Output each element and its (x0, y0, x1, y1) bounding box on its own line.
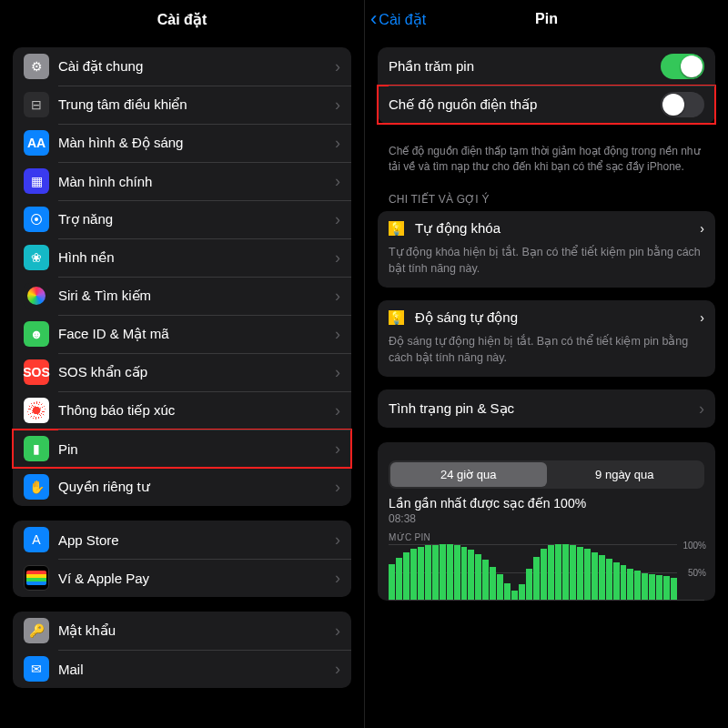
label: Phần trăm pin (389, 58, 661, 75)
chevron-right-icon: › (700, 221, 704, 236)
chevron-right-icon: › (335, 479, 340, 495)
row-wallet-applepay[interactable]: Ví & Apple Pay› (13, 559, 351, 597)
row-control-center-icon: ⊟ (24, 92, 49, 117)
chevron-right-icon: › (335, 402, 340, 419)
suggestion-auto-brightness[interactable]: 💡 Độ sáng tự động › Độ sáng tự động hiện… (378, 300, 715, 377)
row-label: Màn hình chính (58, 174, 329, 189)
label: Chế độ nguồn điện thấp (389, 96, 661, 113)
chevron-left-icon: ‹ (370, 9, 377, 29)
row-emergency-sos-icon: SOS (24, 359, 49, 385)
back-button[interactable]: ‹ Cài đặt (365, 9, 426, 29)
row-label: Thông báo tiếp xúc (58, 402, 329, 419)
row-label: App Store (58, 532, 329, 548)
row-label: Face ID & Mật mã (58, 326, 329, 342)
row-siri-search-icon (24, 283, 49, 308)
row-battery-icon: ▮ (24, 436, 49, 461)
row-wallpaper-icon: ❀ (24, 245, 49, 270)
bulb-icon: 💡 (389, 310, 404, 325)
row-emergency-sos[interactable]: SOSSOS khẩn cấp› (13, 353, 351, 391)
chart-title: MỨC PIN (389, 532, 704, 542)
battery-health-group: Tình trạng pin & Sạc › (378, 389, 715, 428)
settings-group-accounts: 🔑Mật khẩu›✉Mail› (13, 612, 351, 688)
row-label: Quyền riêng tư (58, 479, 329, 495)
header: Cài đặt (0, 0, 364, 38)
chevron-right-icon: › (335, 58, 340, 75)
chevron-right-icon: › (335, 249, 340, 266)
low-power-footnote: Chế độ nguồn điện thấp tạm thời giảm hoạ… (378, 138, 715, 187)
last-charge-time: 08:38 (389, 512, 704, 525)
row-passwords[interactable]: 🔑Mật khẩu› (13, 612, 351, 650)
row-label: Trung tâm điều khiển (58, 96, 329, 113)
row-siri-search[interactable]: Siri & Tìm kiếm› (13, 277, 351, 315)
chevron-right-icon: › (335, 531, 340, 548)
chevron-right-icon: › (335, 364, 340, 380)
row-battery-percentage[interactable]: Phần trăm pin (378, 47, 715, 86)
row-home-screen[interactable]: ▦Màn hình chính› (13, 162, 351, 200)
row-label: Siri & Tìm kiếm (58, 288, 329, 304)
toggle-group: Phần trăm pin Chế độ nguồn điện thấp (378, 47, 715, 124)
row-privacy[interactable]: ✋Quyền riêng tư› (13, 468, 351, 506)
bulb-icon: 💡 (389, 221, 404, 236)
row-app-store-icon: A (24, 527, 49, 552)
label: Tình trạng pin & Sạc (389, 400, 693, 417)
row-low-power-mode[interactable]: Chế độ nguồn điện thấp (378, 86, 715, 124)
row-label: Hình nền (58, 249, 329, 266)
time-range-segmented[interactable]: 24 giờ qua 9 ngày qua (389, 460, 704, 489)
battery-usage-panel: 24 giờ qua 9 ngày qua Lần gần nhất được … (378, 442, 715, 601)
gridline-100: 100% (682, 541, 706, 551)
row-accessibility[interactable]: ⦿Trợ năng› (13, 200, 351, 238)
row-mail[interactable]: ✉Mail› (13, 650, 351, 688)
suggestion-desc: Độ sáng tự động hiện bị tắt. Bạn có thể … (378, 329, 715, 377)
suggestion-title: Tự động khóa (415, 220, 700, 237)
row-label: Mật khẩu (58, 622, 329, 639)
row-privacy-icon: ✋ (24, 474, 49, 500)
row-wallpaper[interactable]: ❀Hình nền› (13, 238, 351, 277)
row-passwords-icon: 🔑 (24, 618, 49, 643)
chevron-right-icon: › (335, 661, 340, 677)
settings-group-main: ⚙Cài đặt chung›⊟Trung tâm điều khiển›AAM… (13, 47, 351, 506)
row-battery-health[interactable]: Tình trạng pin & Sạc › (378, 389, 715, 428)
row-label: SOS khẩn cấp (58, 364, 329, 380)
battery-screen: ‹ Cài đặt Pin Phần trăm pin Chế độ nguồn… (364, 0, 728, 728)
row-exposure-notifications[interactable]: Thông báo tiếp xúc› (13, 391, 351, 430)
header: ‹ Cài đặt Pin (365, 0, 728, 38)
battery-content[interactable]: Phần trăm pin Chế độ nguồn điện thấp Chế… (365, 38, 728, 728)
row-label: Mail (58, 662, 329, 677)
segment-9d[interactable]: 9 ngày qua (547, 462, 703, 487)
segment-24h[interactable]: 24 giờ qua (390, 462, 547, 487)
row-display-brightness[interactable]: AAMàn hình & Độ sáng› (13, 124, 351, 162)
suggestions-header: CHI TIẾT VÀ GỢI Ý (378, 187, 715, 211)
chevron-right-icon: › (335, 96, 340, 113)
suggestion-desc: Tự động khóa hiện bị tắt. Bạn có thể tiế… (378, 240, 715, 288)
toggle-low-power-mode[interactable] (661, 92, 704, 117)
gridline-50: 50% (688, 568, 706, 578)
settings-list[interactable]: ⚙Cài đặt chung›⊟Trung tâm điều khiển›AAM… (0, 38, 364, 728)
row-faceid-passcode[interactable]: ☻Face ID & Mật mã› (13, 315, 351, 353)
row-home-screen-icon: ▦ (24, 168, 49, 194)
toggle-battery-percentage[interactable] (661, 54, 704, 79)
row-exposure-notifications-icon (24, 398, 49, 423)
row-label: Ví & Apple Pay (58, 571, 329, 586)
chevron-right-icon: › (335, 135, 340, 151)
row-general[interactable]: ⚙Cài đặt chung› (13, 47, 351, 86)
row-faceid-passcode-icon: ☻ (24, 321, 49, 347)
row-control-center[interactable]: ⊟Trung tâm điều khiển› (13, 86, 351, 124)
row-label: Màn hình & Độ sáng (58, 135, 329, 151)
settings-screen: Cài đặt ⚙Cài đặt chung›⊟Trung tâm điều k… (0, 0, 364, 728)
row-label: Trợ năng (58, 211, 329, 228)
row-general-icon: ⚙ (24, 54, 49, 79)
chevron-right-icon: › (699, 400, 704, 417)
row-battery[interactable]: ▮Pin› (13, 430, 351, 468)
battery-level-chart: 100% 50% (389, 544, 704, 601)
chevron-right-icon: › (335, 570, 340, 586)
row-display-brightness-icon: AA (24, 130, 49, 156)
page-title: Cài đặt (0, 11, 364, 28)
chevron-right-icon: › (700, 310, 704, 325)
row-accessibility-icon: ⦿ (24, 207, 49, 232)
row-label: Cài đặt chung (58, 58, 329, 75)
last-charge-label: Lần gần nhất được sạc đến 100% (389, 496, 704, 511)
suggestion-title: Độ sáng tự động (415, 309, 700, 326)
row-app-store[interactable]: AApp Store› (13, 521, 351, 559)
chevron-right-icon: › (335, 288, 340, 304)
suggestion-auto-lock[interactable]: 💡 Tự động khóa › Tự động khóa hiện bị tắ… (378, 211, 715, 288)
